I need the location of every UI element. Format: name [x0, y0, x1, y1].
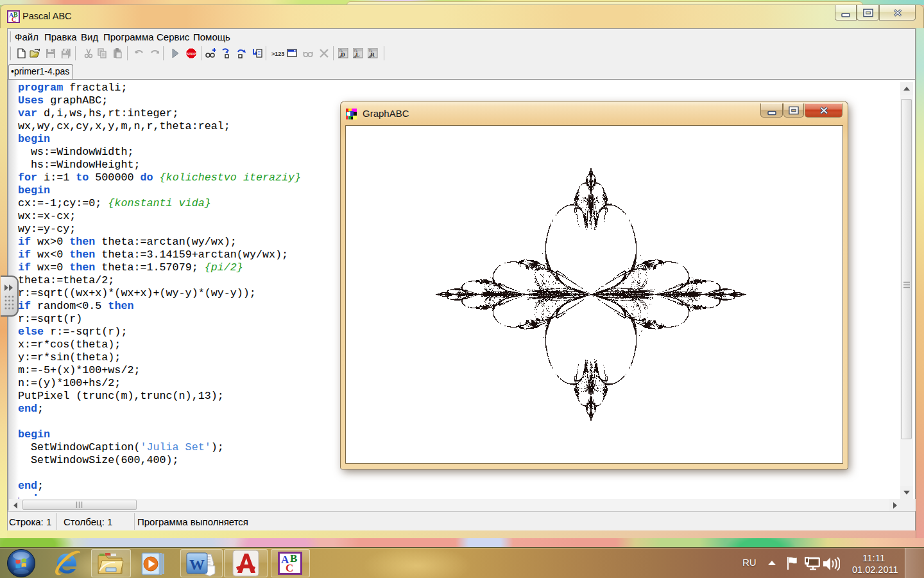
svg-text:STOP: STOP [187, 52, 196, 56]
svg-text:>123: >123 [271, 51, 284, 57]
svg-text:D: D [341, 51, 345, 58]
svg-text:L: L [355, 51, 359, 58]
svg-text:R: R [370, 51, 375, 58]
